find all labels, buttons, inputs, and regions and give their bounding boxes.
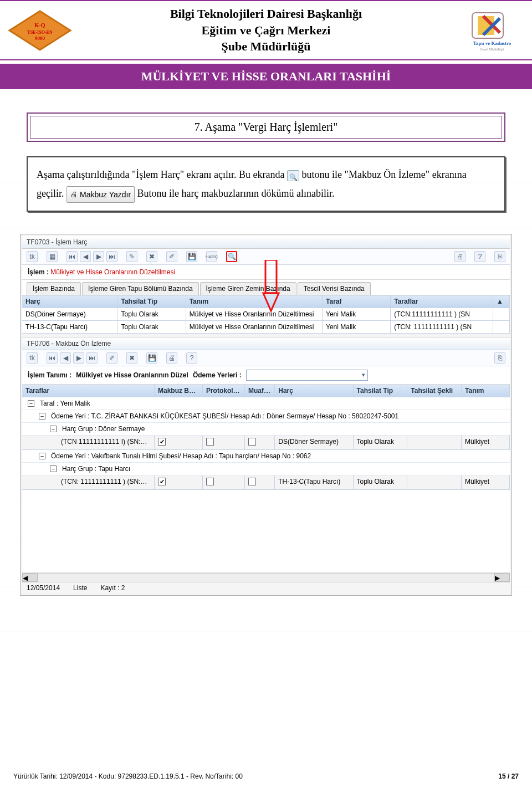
svg-text:K-Q: K-Q — [35, 22, 45, 28]
new-record-icon[interactable]: ✎ — [126, 251, 137, 262]
window2-grid-header: Taraflar Makbuz Basılacak Protokol Mu? M… — [22, 385, 510, 397]
tree-odeme-row[interactable]: − Ödeme Yeri : T.C. ZİRAAT BANKASI KÜÇÜK… — [22, 410, 510, 423]
logo-tse-iso: K-QTSE-ISO-EN9000 — [7, 8, 73, 53]
harc-icon[interactable]: HARÇ — [206, 251, 217, 262]
app-logo-icon: tk — [27, 352, 38, 364]
makbuz-onizleme-toolbar-icon[interactable]: 🔍 — [226, 251, 237, 262]
svg-text:9000: 9000 — [35, 35, 45, 41]
footer-page-number: 15 / 27 — [498, 772, 519, 780]
status-date: 12/05/2014 — [27, 584, 60, 592]
collapse-icon[interactable]: − — [39, 413, 45, 419]
header-line1: Bilgi Teknolojileri Dairesi Başkanlığı — [80, 6, 452, 22]
window2-title: TF0706 - Makbuz Ön İzleme — [22, 337, 510, 350]
help-icon[interactable]: ? — [186, 352, 197, 364]
prev-record-icon[interactable]: ◀ — [80, 251, 91, 262]
col-taraflar: Taraflar — [391, 295, 493, 308]
tab-zemin-bazinda[interactable]: İşleme Giren Zemin Bazında — [200, 282, 296, 295]
scroll-left-button[interactable]: ◀ — [22, 574, 38, 582]
prev-record-icon[interactable]: ◀ — [60, 352, 71, 364]
edit-icon[interactable]: ✐ — [166, 251, 177, 262]
edit-icon[interactable]: ✐ — [106, 352, 117, 364]
last-record-icon[interactable]: ⏭ — [106, 251, 117, 262]
svg-text:Genel Müdürlüğü: Genel Müdürlüğü — [480, 48, 504, 51]
window1-tabs: İşlem Bazında İşleme Giren Tapu Bölümü B… — [22, 280, 510, 295]
window2-filter-line: İşlem Tanımı : Mülkiyet ve Hisse Oranlar… — [22, 366, 510, 385]
print-icon[interactable]: 🖨 — [454, 251, 466, 262]
makbuz-onizleme-icon — [287, 170, 299, 181]
first-record-icon[interactable]: ⏮ — [66, 251, 78, 262]
table-row[interactable]: (TCN 11111111111 I) (SN:110034895) FATN … — [22, 436, 510, 450]
islem-label: İşlem : — [28, 268, 49, 276]
instruction-box: Aşama çalıştırıldığında "İşlem Harç" ekr… — [27, 156, 505, 212]
muaf-checkbox[interactable] — [248, 438, 256, 446]
status-record-count: Kayıt : 2 — [100, 584, 125, 592]
tab-tescil-verisi-bazinda[interactable]: Tescil Verisi Bazında — [298, 282, 371, 295]
logo-tapu-kadastro: Tapu ve KadastroGenel Müdürlüğü — [459, 8, 525, 53]
odeme-yerleri-dropdown[interactable] — [246, 370, 368, 381]
horizontal-scrollbar[interactable]: ◀ ▶ — [22, 573, 510, 582]
svg-text:TSE-ISO-EN: TSE-ISO-EN — [27, 30, 53, 35]
muaf-checkbox[interactable] — [248, 478, 256, 485]
collapse-icon[interactable]: − — [39, 453, 45, 459]
collapse-icon[interactable]: − — [50, 465, 57, 472]
print-icon[interactable]: 🖨 — [166, 352, 177, 364]
col-taraf: Taraf — [323, 295, 391, 308]
window1-grid-header: Harç Tahsilat Tip Tanım Taraf Taraflar ▲ — [22, 295, 510, 308]
close-icon[interactable]: ⎘ — [494, 352, 505, 364]
grid-empty-area — [22, 490, 510, 573]
table-row[interactable]: DS(Döner Sermaye) Toplu Olarak Mülkiyet … — [22, 308, 510, 321]
close-icon[interactable]: ⎘ — [494, 251, 505, 262]
save-icon[interactable]: 💾 — [146, 352, 157, 364]
tree-taraf-row[interactable]: − Taraf : Yeni Malik — [22, 397, 510, 410]
protokol-checkbox[interactable] — [206, 478, 214, 485]
window2-toolbar: tk ⏮ ◀ ▶ ⏭ ✐ ✖ 💾 🖨 ? ⎘ — [22, 350, 510, 366]
tree-harc-grup-row[interactable]: − Harç Grup : Döner Sermaye — [22, 423, 510, 436]
status-bar: 12/05/2014 Liste Kayıt : 2 — [22, 582, 510, 593]
window-islem-harc: TF0703 - İşlem Harç tk ▦ ⏮ ◀ ▶ ⏭ ✎ ✖ ✐ 💾… — [22, 236, 510, 334]
delete-record-icon[interactable]: ✖ — [146, 251, 157, 262]
collapse-icon[interactable]: − — [28, 400, 34, 407]
screenshot-composite: TF0703 - İşlem Harç tk ▦ ⏮ ◀ ▶ ⏭ ✎ ✖ ✐ 💾… — [20, 234, 512, 596]
header: K-QTSE-ISO-EN9000 Bilgi Teknolojileri Da… — [0, 0, 532, 60]
tab-islem-bazinda[interactable]: İşlem Bazında — [27, 282, 81, 295]
col-scroll: ▲ — [493, 295, 510, 308]
section-heading-box: 7. Aşama "Vergi Harç İşlemleri" — [27, 112, 505, 142]
footer: Yürürlük Tarihi: 12/09/2014 - Kodu: 9729… — [0, 769, 532, 784]
header-title: Bilgi Teknolojileri Dairesi Başkanlığı E… — [80, 6, 452, 55]
next-record-icon[interactable]: ▶ — [73, 352, 84, 364]
window1-title: TF0703 - İşlem Harç — [22, 236, 510, 249]
tree-odeme-row[interactable]: − Ödeme Yeri : Vakıfbank Tunalı Hilmi Şu… — [22, 450, 510, 463]
page-banner: MÜLKİYET VE HİSSE ORANLARI TASHİHİ — [0, 64, 532, 89]
tree-harc-grup-row[interactable]: − Harç Grup : Tapu Harcı — [22, 463, 510, 475]
first-record-icon[interactable]: ⏮ — [47, 352, 58, 364]
table-row[interactable]: TH-13-C(Tapu Harcı) Toplu Olarak Mülkiye… — [22, 321, 510, 334]
section-heading: 7. Aşama "Vergi Harç İşlemleri" — [195, 121, 338, 133]
status-mode: Liste — [73, 584, 87, 592]
window-makbuz-onizleme: TF0706 - Makbuz Ön İzleme tk ⏮ ◀ ▶ ⏭ ✐ ✖… — [22, 337, 510, 593]
instruction-text-1: Aşama çalıştırıldığında "İşlem Harç" ekr… — [37, 169, 285, 180]
scroll-right-button[interactable]: ▶ — [494, 574, 510, 582]
table-row[interactable]: (TCN: 11111111111 ) (SN:110034895) FATN … — [22, 475, 510, 490]
tab-tapu-bolumu-bazinda[interactable]: İşleme Giren Tapu Bölümü Bazında — [82, 282, 199, 295]
header-line3: Şube Müdürlüğü — [80, 38, 452, 55]
makbuz-basilacak-checkbox[interactable]: ✔ — [158, 438, 166, 446]
calendar-icon[interactable]: ▦ — [47, 251, 58, 262]
save-icon[interactable]: 💾 — [186, 251, 197, 262]
odeme-yerleri-label: Ödeme Yerleri : — [193, 371, 242, 379]
makbuz-yazdir-button[interactable]: Makbuz Yazdır — [66, 186, 135, 203]
islem-tanimi-label: İşlem Tanımı : — [28, 371, 71, 379]
header-line2: Eğitim ve Çağrı Merkezi — [80, 22, 452, 39]
col-tahsilat-tip: Tahsilat Tip — [117, 295, 186, 308]
islem-line: İşlem : Mülkiyet ve Hisse Oranlarının Dü… — [22, 265, 510, 280]
col-tanim: Tanım — [186, 295, 323, 308]
instruction-text-3: Butonu ile harç makbuzlarının dökümü alı… — [137, 188, 335, 199]
next-record-icon[interactable]: ▶ — [93, 251, 104, 262]
delete-icon[interactable]: ✖ — [126, 352, 137, 364]
svg-text:Tapu ve Kadastro: Tapu ve Kadastro — [473, 40, 511, 46]
help-icon[interactable]: ? — [474, 251, 485, 262]
collapse-icon[interactable]: − — [50, 426, 57, 432]
last-record-icon[interactable]: ⏭ — [86, 352, 98, 364]
protokol-checkbox[interactable] — [206, 438, 214, 446]
col-harc: Harç — [22, 295, 117, 308]
makbuz-basilacak-checkbox[interactable]: ✔ — [158, 478, 166, 485]
